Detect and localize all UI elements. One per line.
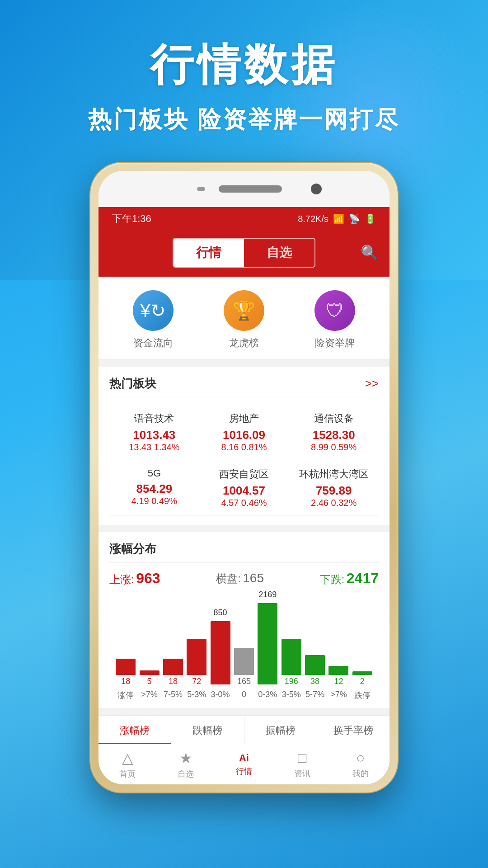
bottom-tabs: 涨幅榜 跌幅榜 振幅榜 换手率榜 bbox=[99, 715, 389, 744]
bar-val-label-5: 165 bbox=[237, 677, 251, 686]
x-label-6: 0-3% bbox=[256, 690, 279, 701]
action-dragon-tiger[interactable]: 🏆 龙虎榜 bbox=[224, 290, 264, 350]
sector-value-5: 759.89 bbox=[316, 484, 352, 498]
nav-home[interactable]: △ 首页 bbox=[119, 750, 136, 779]
app-header: 行情 自选 🔍 bbox=[99, 231, 389, 277]
distribution-title: 涨幅分布 bbox=[109, 541, 379, 563]
sector-name-2: 通信设备 bbox=[314, 412, 354, 425]
phone-mockup: 下午1:36 8.72K/s 📶 📡 🔋 行情 自选 🔍 bbox=[0, 163, 488, 793]
tab-rise-rank[interactable]: 涨幅榜 bbox=[99, 716, 171, 744]
sector-name-3: 5G bbox=[148, 467, 161, 479]
bar-1 bbox=[140, 670, 160, 675]
sector-item-1[interactable]: 房地产 1016.09 8.16 0.81% bbox=[199, 405, 289, 460]
phone-top-bezel bbox=[99, 171, 389, 207]
bar-5 bbox=[234, 648, 254, 675]
tab-amplitude-rank[interactable]: 振幅榜 bbox=[244, 716, 317, 744]
sector-change-5: 2.46 0.32% bbox=[311, 498, 357, 508]
dragon-tiger-icon: 🏆 bbox=[224, 290, 264, 331]
tab-fall-rank[interactable]: 跌幅榜 bbox=[171, 716, 244, 744]
bar-val-label-9: 12 bbox=[334, 677, 343, 686]
bar-val-label-1: 5 bbox=[147, 677, 152, 686]
phone-outer-frame: 下午1:36 8.72K/s 📶 📡 🔋 行情 自选 🔍 bbox=[90, 163, 398, 793]
sector-item-3[interactable]: 5G 854.29 4.19 0.49% bbox=[109, 460, 199, 516]
action-fund-flow[interactable]: ¥↻ 资金流向 bbox=[133, 290, 174, 350]
sector-item-5[interactable]: 环杭州湾大湾区 759.89 2.46 0.32% bbox=[289, 460, 379, 516]
nav-market[interactable]: Ai 行情 bbox=[236, 752, 252, 777]
rise-label: 上涨: bbox=[109, 573, 134, 585]
fall-label: 下跌: bbox=[320, 573, 345, 585]
x-label-2: 7-5% bbox=[161, 690, 185, 701]
sector-change-0: 13.43 1.34% bbox=[129, 442, 179, 453]
risefall-row: 上涨: 963 横盘: 165 下跌: 2417 bbox=[109, 570, 379, 587]
x-label-1: >7% bbox=[137, 690, 161, 701]
sector-item-4[interactable]: 西安自贸区 1004.57 4.57 0.46% bbox=[199, 460, 289, 516]
nav-market-label: 行情 bbox=[236, 766, 252, 777]
bar-3 bbox=[187, 639, 206, 675]
nav-news[interactable]: □ 资讯 bbox=[294, 750, 310, 779]
content-area: ¥↻ 资金流向 🏆 龙虎榜 🛡 险资举牌 bbox=[99, 277, 389, 784]
action-insurance[interactable]: 🛡 险资举牌 bbox=[314, 290, 355, 350]
bar-col-3: 72 bbox=[187, 635, 206, 686]
rise-count: 963 bbox=[136, 570, 160, 586]
fund-flow-label: 资金流向 bbox=[133, 336, 173, 350]
sector-value-4: 1004.57 bbox=[223, 484, 265, 498]
tab-watchlist[interactable]: 自选 bbox=[244, 239, 314, 267]
nav-watchlist-label: 自选 bbox=[178, 769, 194, 779]
sector-item-2[interactable]: 通信设备 1528.30 8.99 0.59% bbox=[289, 405, 379, 460]
header-section: 行情数据 热门板块 险资举牌一网打尽 bbox=[0, 0, 488, 136]
bar-val-label-2: 18 bbox=[169, 677, 178, 686]
header-subtitle: 热门板块 险资举牌一网打尽 bbox=[0, 104, 488, 136]
sector-item-0[interactable]: 语音技术 1013.43 13.43 1.34% bbox=[109, 405, 199, 460]
bar-col-10: 2 bbox=[352, 668, 372, 686]
bar-val-label-10: 2 bbox=[360, 677, 365, 686]
x-label-8: 5-7% bbox=[303, 690, 327, 701]
bar-10 bbox=[352, 671, 372, 675]
search-button[interactable]: 🔍 bbox=[361, 244, 379, 261]
x-label-7: 3-5% bbox=[280, 690, 303, 701]
dragon-tiger-label: 龙虎榜 bbox=[229, 336, 259, 350]
bar-8 bbox=[305, 655, 325, 675]
ai-icon: Ai bbox=[239, 752, 249, 764]
hot-sectors-title: 热门板块 bbox=[109, 376, 156, 392]
nav-news-label: 资讯 bbox=[294, 768, 310, 779]
status-time: 下午1:36 bbox=[112, 212, 151, 226]
phone-camera bbox=[311, 184, 322, 194]
bar-top-label-6: 2169 bbox=[258, 590, 277, 599]
bar-val-label-7: 196 bbox=[285, 677, 298, 686]
sector-name-4: 西安自贸区 bbox=[219, 467, 269, 481]
x-label-9: >7% bbox=[327, 690, 350, 701]
home-icon: △ bbox=[122, 750, 133, 767]
fall-group: 下跌: 2417 bbox=[320, 570, 379, 587]
wifi-icon: 📡 bbox=[349, 213, 360, 224]
fund-flow-icon: ¥↻ bbox=[133, 290, 174, 331]
bar-9 bbox=[328, 666, 348, 675]
hot-sectors-more[interactable]: >> bbox=[365, 377, 379, 391]
fall-count: 2417 bbox=[347, 570, 379, 586]
sector-name-1: 房地产 bbox=[229, 412, 259, 425]
nav-watchlist[interactable]: ★ 自选 bbox=[178, 750, 194, 779]
phone-sensor bbox=[197, 187, 205, 191]
bar-val-label-8: 38 bbox=[310, 677, 319, 686]
x-label-4: 3-0% bbox=[208, 690, 232, 701]
flat-group: 横盘: 165 bbox=[216, 571, 264, 586]
battery-icon: 🔋 bbox=[365, 213, 376, 224]
tab-turnover-rank[interactable]: 换手率榜 bbox=[317, 716, 389, 744]
bar-top-label-4: 850 bbox=[214, 608, 227, 618]
tab-market[interactable]: 行情 bbox=[174, 239, 244, 267]
bar-col-9: 12 bbox=[328, 662, 348, 686]
x-label-3: 5-3% bbox=[185, 690, 208, 701]
distribution-chart: 1851872850165216919638122 bbox=[109, 596, 379, 686]
hot-sectors-header: 热门板块 >> bbox=[109, 376, 379, 397]
phone-inner-screen: 下午1:36 8.72K/s 📶 📡 🔋 行情 自选 🔍 bbox=[99, 171, 389, 784]
x-label-10: 跌停 bbox=[351, 690, 374, 701]
sector-change-2: 8.99 0.59% bbox=[311, 442, 357, 453]
bar-col-6: 2169 bbox=[258, 590, 277, 686]
bar-col-8: 38 bbox=[305, 651, 325, 686]
nav-bottom: △ 首页 ★ 自选 Ai 行情 □ 资讯 bbox=[99, 744, 389, 784]
sector-value-1: 1016.09 bbox=[223, 428, 265, 442]
sector-change-1: 8.16 0.81% bbox=[221, 442, 267, 453]
x-label-0: 涨停 bbox=[114, 690, 137, 701]
tab-group[interactable]: 行情 自选 bbox=[173, 238, 315, 268]
signal-icon: 📶 bbox=[333, 213, 344, 224]
nav-profile[interactable]: ○ 我的 bbox=[352, 750, 369, 779]
